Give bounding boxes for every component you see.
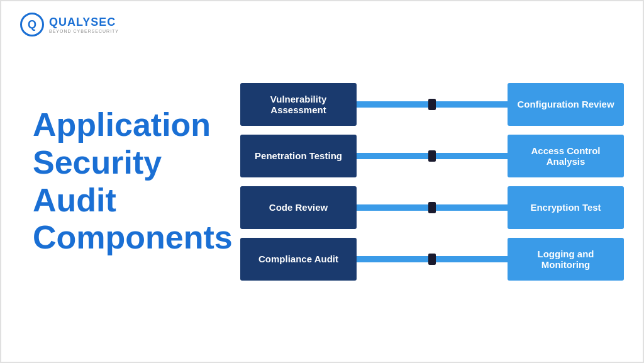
title-line4: Components (33, 219, 233, 255)
right-box-3: Encryption Test (508, 186, 624, 229)
right-box-1: Configuration Review (508, 83, 624, 126)
connector-4 (357, 256, 508, 262)
logo-icon (20, 13, 44, 36)
title-section: Application Security Audit Components (1, 106, 234, 257)
right-box-2: Access Control Analysis (508, 135, 624, 177)
left-box-3: Code Review (240, 186, 357, 229)
left-box-2: Penetration Testing (240, 135, 357, 177)
left-box-4: Compliance Audit (240, 238, 357, 281)
diagram-section: Vulnerability Assessment Configuration R… (234, 83, 643, 281)
logo: QUALYSEC BEYOND CYBERSECURITY (20, 13, 119, 36)
diagram-row-2: Penetration Testing Access Control Analy… (240, 135, 624, 177)
logo-name: QUALYSEC (49, 16, 119, 29)
title-line3: Audit (33, 182, 116, 218)
connector-3 (357, 204, 508, 211)
right-box-4: Logging and Monitoring (508, 238, 624, 281)
title-line1: Application (33, 106, 211, 143)
logo-tagline: BEYOND CYBERSECURITY (49, 29, 119, 33)
connector-dot-2 (428, 150, 436, 162)
connector-2 (357, 153, 508, 159)
diagram-row-4: Compliance Audit Logging and Monitoring (240, 238, 624, 281)
title-line2: Security (33, 144, 162, 181)
left-box-1: Vulnerability Assessment (240, 83, 357, 126)
diagram-row-1: Vulnerability Assessment Configuration R… (240, 83, 624, 126)
slide: QUALYSEC BEYOND CYBERSECURITY Applicatio… (0, 0, 644, 363)
connector-dot-3 (428, 202, 436, 213)
connector-1 (357, 101, 508, 108)
logo-text: QUALYSEC BEYOND CYBERSECURITY (49, 16, 119, 33)
connector-dot-1 (428, 99, 436, 110)
connector-dot-4 (428, 254, 436, 265)
diagram-row-3: Code Review Encryption Test (240, 186, 624, 229)
main-title: Application Security Audit Components (33, 106, 234, 257)
